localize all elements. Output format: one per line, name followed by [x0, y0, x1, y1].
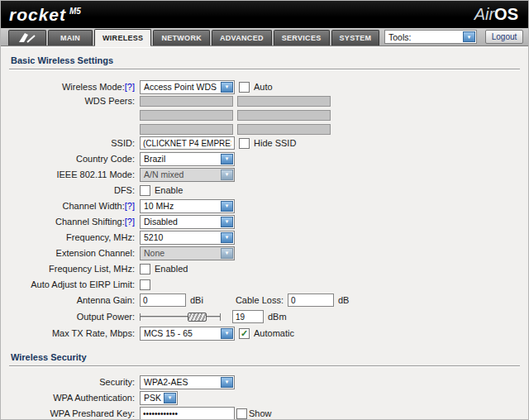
- chevron-down-icon: ▼: [463, 31, 475, 42]
- ieee-mode-row: IEEE 802.11 Mode: A/N mixed ▼: [1, 167, 528, 182]
- chevron-down-icon: ▼: [221, 169, 233, 180]
- output-power-unit: dBm: [268, 312, 287, 322]
- channel-shifting-value: Disabled: [144, 217, 178, 227]
- eirp-limit-checkbox[interactable]: [140, 279, 150, 290]
- wds-peer-input-1[interactable]: [140, 96, 233, 107]
- security-select[interactable]: WPA2-AES ▼: [140, 375, 235, 389]
- channel-shifting-help-link[interactable]: [?]: [125, 217, 135, 227]
- tab-main[interactable]: MAIN: [48, 30, 93, 45]
- auto-checkbox-label: Auto: [254, 82, 273, 92]
- cable-loss-input[interactable]: [288, 294, 334, 307]
- airos-window: rocket M5 AirOS MAIN WIRELESS NETWORK AD…: [0, 0, 529, 420]
- output-power-label: Output Power:: [1, 311, 140, 323]
- tab-antenna[interactable]: [8, 30, 46, 45]
- show-key-checkbox[interactable]: [236, 408, 247, 419]
- wpa-authentication-select[interactable]: PSK ▼: [140, 391, 178, 405]
- section-divider: [9, 69, 520, 70]
- chevron-down-icon: ▼: [221, 377, 233, 388]
- antenna-gain-row: Antenna Gain: dBi Cable Loss: dB: [1, 293, 528, 308]
- extension-channel-select: None ▼: [140, 246, 235, 260]
- dfs-label: DFS:: [1, 184, 140, 197]
- wds-peer-input-6[interactable]: [237, 124, 331, 135]
- chevron-down-icon: ▼: [221, 217, 233, 227]
- chevron-down-icon: ▼: [221, 328, 233, 339]
- tab-network[interactable]: NETWORK: [153, 30, 210, 45]
- wireless-mode-label: Wireless Mode:[?]: [1, 81, 140, 93]
- wds-peers-label: WDS Peers:: [1, 95, 140, 107]
- channel-width-help-link[interactable]: [?]: [125, 201, 135, 211]
- security-value: WPA2-AES: [144, 377, 188, 387]
- output-power-slider[interactable]: [140, 312, 221, 322]
- automatic-checkbox-label: Automatic: [254, 328, 294, 338]
- channel-width-row: Channel Width:[?] 10 MHz ▼: [1, 198, 528, 213]
- security-label: Security:: [1, 376, 140, 389]
- wireless-mode-row: Wireless Mode:[?] Access Point WDS ▼ Aut…: [1, 79, 528, 94]
- wireless-mode-select[interactable]: Access Point WDS ▼: [140, 80, 235, 94]
- dfs-enable-checkbox[interactable]: [140, 185, 150, 196]
- automatic-checkbox[interactable]: ✓: [239, 328, 250, 339]
- wpa-preshared-key-input[interactable]: [140, 407, 235, 420]
- header: rocket M5 AirOS: [1, 1, 528, 28]
- hide-ssid-checkbox[interactable]: [239, 138, 250, 149]
- wds-peers-row: WDS Peers:: [1, 95, 528, 135]
- channel-shifting-row: Channel Shifting:[?] Disabled ▼: [1, 214, 528, 229]
- tab-system[interactable]: SYSTEM: [331, 30, 380, 45]
- frequency-value: 5210: [144, 232, 163, 242]
- extension-channel-row: Extension Channel: None ▼: [1, 246, 528, 260]
- antenna-icon: [17, 31, 37, 45]
- extension-channel-value: None: [144, 248, 164, 258]
- logout-button[interactable]: Logout: [485, 30, 523, 44]
- frequency-list-label: Frequency List, MHz:: [1, 263, 140, 275]
- channel-shifting-select[interactable]: Disabled ▼: [140, 215, 235, 229]
- wds-peer-input-5[interactable]: [140, 124, 233, 135]
- slider-handle[interactable]: [188, 313, 207, 322]
- frequency-select[interactable]: 5210 ▼: [140, 231, 235, 245]
- wds-peer-input-4[interactable]: [237, 110, 331, 121]
- antenna-gain-input[interactable]: [140, 294, 186, 307]
- country-code-label: Country Code:: [1, 153, 140, 165]
- wpa-preshared-key-label: WPA Preshared Key:: [1, 408, 140, 420]
- chevron-down-icon: ▼: [221, 232, 233, 243]
- channel-width-select[interactable]: 10 MHz ▼: [140, 199, 235, 213]
- antenna-gain-unit: dBi: [190, 295, 203, 305]
- airos-air: Air: [474, 5, 494, 23]
- wds-peer-input-3[interactable]: [140, 110, 233, 121]
- tab-advanced[interactable]: ADVANCED: [212, 30, 272, 45]
- tools-select[interactable]: Tools: ▼: [384, 30, 477, 44]
- chevron-down-icon: ▼: [221, 201, 233, 212]
- channel-width-label: Channel Width:[?]: [1, 200, 140, 212]
- ieee-mode-select: A/N mixed ▼: [140, 168, 235, 182]
- frequency-list-checkbox[interactable]: [140, 264, 150, 274]
- basic-wireless-settings-title: Basic Wireless Settings: [1, 54, 528, 69]
- wpa-authentication-value: PSK: [144, 393, 161, 403]
- show-key-label: Show: [249, 408, 272, 418]
- dfs-row: DFS: Enable: [1, 183, 528, 198]
- content: Basic Wireless Settings Wireless Mode:[?…: [1, 47, 528, 419]
- wireless-mode-help-link[interactable]: [?]: [125, 82, 135, 92]
- max-tx-rate-select[interactable]: MCS 15 - 65 ▼: [140, 327, 235, 341]
- tab-bar: MAIN WIRELESS NETWORK ADVANCED SERVICES …: [1, 28, 528, 46]
- channel-shifting-label: Channel Shifting:[?]: [1, 216, 140, 228]
- wpa-authentication-row: WPA Authentication: PSK ▼: [1, 390, 528, 405]
- dfs-enable-label: Enable: [155, 185, 183, 195]
- auto-checkbox[interactable]: [239, 82, 250, 93]
- wireless-security-form: Security: WPA2-AES ▼ WPA Authentication:…: [1, 375, 528, 420]
- ssid-input[interactable]: [140, 136, 235, 150]
- tab-wireless[interactable]: WIRELESS: [94, 29, 151, 46]
- output-power-input[interactable]: [232, 310, 264, 323]
- ssid-row: SSID: Hide SSID: [1, 136, 528, 150]
- section-divider: [9, 365, 520, 367]
- wds-peers-grid: [140, 95, 331, 135]
- chevron-down-icon: ▼: [221, 82, 233, 93]
- frequency-label: Frequency, MHz:: [1, 231, 140, 244]
- tab-services[interactable]: SERVICES: [274, 30, 330, 45]
- wireless-security-title: Wireless Security: [1, 351, 528, 365]
- max-tx-rate-label: Max TX Rate, Mbps:: [1, 327, 140, 340]
- hide-ssid-label: Hide SSID: [254, 138, 296, 148]
- eirp-limit-label: Auto Adjust to EIRP Limit:: [1, 279, 140, 291]
- max-tx-rate-row: Max TX Rate, Mbps: MCS 15 - 65 ▼ ✓ Autom…: [1, 326, 528, 341]
- country-code-select[interactable]: Brazil ▼: [140, 152, 235, 166]
- wds-peer-input-2[interactable]: [237, 96, 331, 107]
- nav-right: Tools: ▼ Logout: [384, 30, 523, 44]
- cable-loss-label: Cable Loss:: [236, 295, 284, 305]
